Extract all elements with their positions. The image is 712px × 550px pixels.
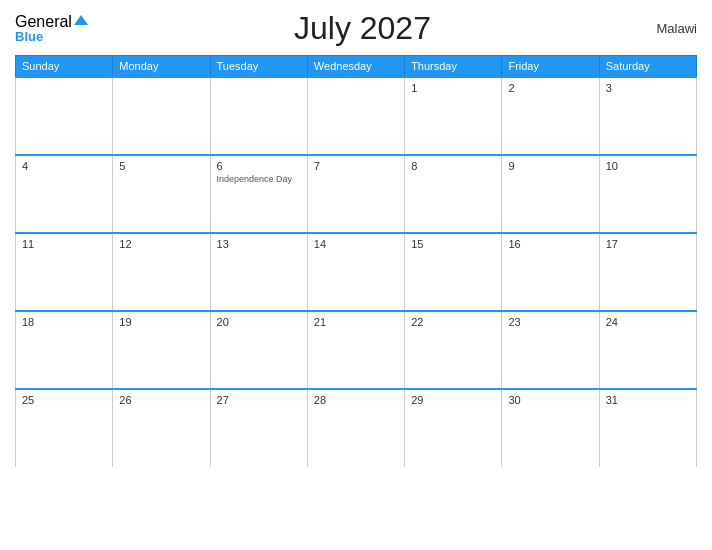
day-number: 29 [411,394,495,406]
calendar-cell: 24 [599,311,696,389]
day-number: 22 [411,316,495,328]
calendar-cell: 14 [307,233,404,311]
day-number: 19 [119,316,203,328]
calendar-cell: 25 [16,389,113,467]
calendar-week-row: 25262728293031 [16,389,697,467]
calendar-cell: 23 [502,311,599,389]
logo-blue-text: Blue [15,30,88,44]
day-number: 18 [22,316,106,328]
day-number: 21 [314,316,398,328]
calendar-cell [113,77,210,155]
event-label: Independence Day [217,174,301,184]
calendar-cell: 28 [307,389,404,467]
day-number: 25 [22,394,106,406]
logo-triangle-icon [74,15,88,25]
calendar-cell: 3 [599,77,696,155]
calendar-cell: 1 [405,77,502,155]
calendar-header-row: Sunday Monday Tuesday Wednesday Thursday… [16,56,697,78]
logo: General Blue [15,13,88,45]
day-number: 28 [314,394,398,406]
calendar-body: 123456Independence Day789101112131415161… [16,77,697,467]
calendar-cell: 20 [210,311,307,389]
calendar-cell: 21 [307,311,404,389]
day-number: 13 [217,238,301,250]
day-number: 31 [606,394,690,406]
calendar-cell: 9 [502,155,599,233]
calendar-cell: 10 [599,155,696,233]
calendar-cell: 29 [405,389,502,467]
day-number: 27 [217,394,301,406]
day-number: 9 [508,160,592,172]
calendar-cell: 4 [16,155,113,233]
day-number: 20 [217,316,301,328]
day-number: 24 [606,316,690,328]
day-number: 30 [508,394,592,406]
col-friday: Friday [502,56,599,78]
calendar-cell: 18 [16,311,113,389]
calendar-cell: 12 [113,233,210,311]
day-number: 7 [314,160,398,172]
calendar-cell [16,77,113,155]
day-number: 11 [22,238,106,250]
day-number: 23 [508,316,592,328]
day-number: 8 [411,160,495,172]
calendar-cell: 16 [502,233,599,311]
calendar-cell: 2 [502,77,599,155]
col-sunday: Sunday [16,56,113,78]
calendar-cell: 22 [405,311,502,389]
calendar-cell [210,77,307,155]
calendar-week-row: 18192021222324 [16,311,697,389]
day-number: 15 [411,238,495,250]
day-number: 17 [606,238,690,250]
calendar-cell: 31 [599,389,696,467]
calendar-cell: 11 [16,233,113,311]
day-number: 5 [119,160,203,172]
day-number: 6 [217,160,301,172]
calendar-cell: 27 [210,389,307,467]
calendar-week-row: 456Independence Day78910 [16,155,697,233]
day-number: 4 [22,160,106,172]
col-thursday: Thursday [405,56,502,78]
calendar-cell: 5 [113,155,210,233]
col-monday: Monday [113,56,210,78]
calendar-header: General Blue July 2027 Malawi [15,10,697,47]
calendar-week-row: 123 [16,77,697,155]
calendar-cell: 13 [210,233,307,311]
calendar-cell: 15 [405,233,502,311]
day-number: 14 [314,238,398,250]
day-number: 10 [606,160,690,172]
calendar-week-row: 11121314151617 [16,233,697,311]
logo-general: General [15,13,88,31]
country-name: Malawi [637,21,697,36]
logo-general-text: General [15,13,72,30]
calendar-container: General Blue July 2027 Malawi Sunday Mon… [0,0,712,550]
col-tuesday: Tuesday [210,56,307,78]
day-number: 1 [411,82,495,94]
calendar-cell: 30 [502,389,599,467]
calendar-cell: 8 [405,155,502,233]
col-wednesday: Wednesday [307,56,404,78]
col-saturday: Saturday [599,56,696,78]
calendar-cell: 7 [307,155,404,233]
day-number: 12 [119,238,203,250]
calendar-cell [307,77,404,155]
month-title: July 2027 [88,10,637,47]
calendar-cell: 17 [599,233,696,311]
calendar-cell: 19 [113,311,210,389]
calendar-cell: 6Independence Day [210,155,307,233]
calendar-table: Sunday Monday Tuesday Wednesday Thursday… [15,55,697,467]
day-number: 16 [508,238,592,250]
day-number: 26 [119,394,203,406]
day-number: 2 [508,82,592,94]
calendar-cell: 26 [113,389,210,467]
day-number: 3 [606,82,690,94]
